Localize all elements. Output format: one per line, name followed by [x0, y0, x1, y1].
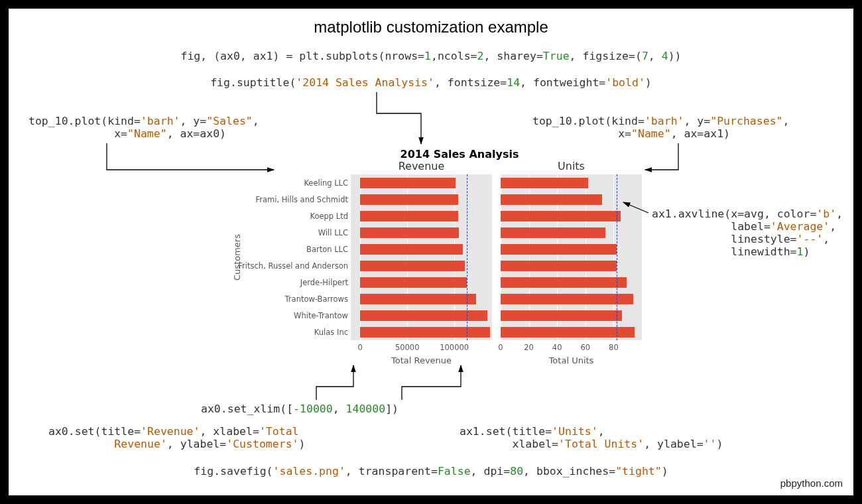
ytick-label: Fritsch, Russel and Anderson	[238, 261, 348, 271]
average-line	[467, 174, 467, 340]
bar	[501, 244, 617, 255]
xtick-label: 20	[524, 343, 534, 352]
code-ax0set: ax0.set(title='Revenue', xlabel='Total R…	[48, 425, 305, 450]
ytick-label: Will LLC	[318, 228, 348, 237]
ax1-xlabel: Total Units	[549, 355, 594, 365]
bar	[501, 211, 621, 221]
code-plot1: top_10.plot(kind='barh', y="Purchases", …	[532, 115, 789, 140]
ytick-label: Barton LLC	[306, 245, 348, 254]
bar	[360, 194, 458, 205]
bar	[360, 244, 463, 255]
xtick-label: 40	[552, 343, 562, 352]
bar	[501, 310, 622, 321]
ax1-plotarea: 020406080	[501, 174, 642, 340]
figure-suptitle: 2014 Sales Analysis	[400, 148, 519, 160]
bar	[501, 294, 633, 304]
ytick-label: Jerde-Hilpert	[300, 278, 348, 287]
bar	[501, 178, 588, 188]
bar	[501, 194, 602, 205]
page-title: matplotlib customization example	[9, 18, 853, 36]
code-subplots: fig, (ax0, ax1) = plt.subplots(nrows=1,n…	[9, 50, 853, 62]
axes-revenue: Revenue Total Revenue Customers 05000010…	[351, 174, 492, 340]
code-axvline: ax1.axvline(x=avg, color='b', label='Ave…	[652, 208, 843, 258]
xtick-label: 80	[609, 343, 619, 352]
code-ax1set: ax1.set(title='Units', xlabel='Total Uni…	[460, 425, 723, 450]
ax0-ylabel: Customers	[232, 234, 242, 281]
code-plot0: top_10.plot(kind='barh', y="Sales", x="N…	[29, 115, 259, 140]
bar	[360, 211, 458, 221]
ytick-label: White-Trantow	[294, 311, 348, 320]
ax0-title: Revenue	[399, 160, 445, 172]
bar	[360, 327, 490, 338]
bar	[360, 261, 465, 271]
bar	[501, 261, 617, 271]
ax0-plotarea: 050000100000Keeling LLCFrami, Hills and …	[351, 174, 492, 340]
ytick-label: Trantow-Barrows	[285, 294, 348, 304]
bar	[360, 310, 487, 321]
xtick-label: 50000	[395, 343, 420, 352]
ax0-xlabel: Total Revenue	[391, 355, 452, 365]
matplotlib-figure: 2014 Sales Analysis Revenue Total Revenu…	[280, 153, 639, 372]
code-xlim: ax0.set_xlim([-10000, 140000])	[201, 403, 399, 415]
axes-units: Units Total Units 020406080	[501, 174, 642, 340]
code-savefig: fig.savefig('sales.png', transparent=Fal…	[9, 465, 853, 477]
bar	[360, 178, 455, 188]
bar	[501, 327, 635, 338]
bar	[501, 227, 605, 238]
average-line	[617, 174, 617, 340]
xtick-label: 0	[498, 343, 503, 352]
ytick-label: Kulas Inc	[314, 328, 348, 337]
ytick-label: Keeling LLC	[304, 178, 348, 188]
code-suptitle: fig.suptitle('2014 Sales Analysis', font…	[9, 76, 853, 89]
xtick-label: 60	[580, 343, 590, 352]
diagram-frame: matplotlib customization example fig, (a…	[7, 7, 855, 497]
ax1-title: Units	[558, 160, 585, 172]
ytick-label: Frami, Hills and Schmidt	[255, 195, 348, 204]
xtick-label: 100000	[440, 343, 469, 352]
bar	[360, 277, 466, 288]
attribution: pbpython.com	[780, 477, 843, 489]
bar	[501, 277, 627, 288]
bar	[360, 227, 459, 238]
ytick-label: Koepp Ltd	[310, 212, 348, 221]
bar	[360, 294, 476, 304]
xtick-label: 0	[358, 343, 363, 352]
